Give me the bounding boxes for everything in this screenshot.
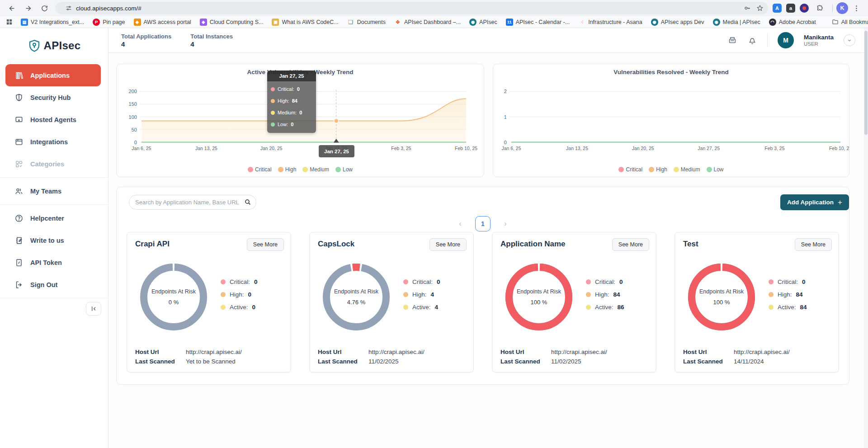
apps-grid-icon[interactable] [5,18,14,27]
legend-item-high[interactable]: High [278,166,297,173]
bookmark-item[interactable]: ⁖Infrastructure - Asana [578,19,642,26]
search-icon[interactable] [244,198,251,207]
medium-legend-dot [302,167,308,172]
sidebar-item-applications[interactable]: Applications [5,64,101,86]
svg-text:Jan 13, 25: Jan 13, 25 [566,146,588,151]
bookmark-item[interactable]: ◉APIsec apps Dev [651,19,704,26]
sidebar-item-write-to-us[interactable]: Write to us [0,229,108,251]
help-circle-icon [14,214,24,223]
extensions-puzzle-icon[interactable] [813,2,826,14]
apisec-logo: APIsec [0,28,108,52]
sidebar-item-categories[interactable]: Categories [0,153,108,175]
applications-panel: Add Application + ‹ 1 › Crapi API See Mo… [116,187,849,385]
legend-item-low[interactable]: Low [335,166,353,173]
bookmarks-bar: ▤V2 Integrations_ext... PPin page ◆AWS a… [0,16,868,28]
bookmark-item[interactable]: PPin page [93,19,125,26]
donut-center-label: Endpoints At Risk [699,288,744,295]
sidebar-item-label: Sign Out [30,281,57,288]
user-avatar[interactable]: M [778,32,794,48]
token-document-icon [14,258,24,267]
extension-a2-icon[interactable]: a [786,4,795,13]
application-card-crapi-api: Crapi API See More Endpoints At Risk 0 %… [127,232,291,373]
pagination-page-1[interactable]: 1 [475,216,491,231]
stat-label: Total Applications [121,33,171,40]
browser-menu-icon[interactable] [850,2,863,14]
password-key-icon[interactable] [744,5,751,12]
bookmark-label: Documents [357,19,386,25]
bookmark-item[interactable]: ◠Adobe Acrobat [769,19,816,26]
browser-toolbar: cloud.apisecapps.com/# A a K [0,0,868,16]
stat-critical: Critical:0 [586,278,624,285]
see-more-button[interactable]: See More [612,238,649,251]
legend-item-critical[interactable]: Critical [618,166,642,173]
all-bookmarks[interactable]: All Bookmarks [832,19,868,25]
bookmark-item[interactable]: ◈Cloud Computing S... [200,19,264,26]
browser-profile-avatar[interactable]: K [836,2,848,14]
pagination-prev-icon[interactable]: ‹ [459,219,462,228]
bookmark-item[interactable]: ▤V2 Integrations_ext... [21,19,84,26]
back-icon[interactable] [5,2,18,14]
bookmark-item[interactable]: ▣What is AWS CodeC... [272,19,338,26]
bookmark-favicon: ❖ [394,19,401,26]
bookmark-label: Adobe Acrobat [779,19,816,25]
add-application-button[interactable]: Add Application + [780,194,849,210]
application-card-test: Test See More Endpoints At Risk 100 % Cr… [675,232,839,373]
all-bookmarks-label: All Bookmarks [841,19,868,25]
sidebar-item-label: Categories [30,160,64,168]
scanner-icon[interactable] [727,35,737,45]
bookmark-star-icon[interactable] [756,5,764,12]
sidebar-item-security-hub[interactable]: Security Hub [0,86,108,108]
donut-percent: 0 % [169,299,179,306]
svg-text:Jan 13, 25: Jan 13, 25 [195,146,217,151]
tune-icon[interactable] [65,5,72,12]
bookmark-item[interactable]: ◉APIsec [469,19,497,26]
legend-item-medium[interactable]: Medium [302,166,329,173]
sidebar-item-api-token[interactable]: API Token [0,251,108,274]
high-dot [221,292,226,297]
sidebar-item-integrations[interactable]: Integrations [0,131,108,153]
legend-item-high[interactable]: High [649,166,667,173]
pagination-next-icon[interactable]: › [504,219,507,228]
url-text[interactable]: cloud.apisecapps.com/# [76,5,738,12]
stat-high: High:84 [769,291,807,298]
scrollbar-thumb[interactable] [864,31,868,135]
search-input[interactable] [129,195,256,210]
donut-percent: 100 % [531,299,547,306]
sidebar-collapse-button[interactable] [86,302,101,316]
legend-item-medium[interactable]: Medium [674,166,700,173]
people-icon [14,187,24,196]
page-scrollbar[interactable] [864,28,868,448]
medium-legend-dot [674,167,679,172]
user-menu-chevron[interactable] [844,34,855,46]
tooltip-row: Critical:0 [271,83,312,95]
low-legend-dot [335,167,341,172]
bookmark-item[interactable]: ❖APIsec Dashboard –... [394,19,461,26]
see-more-button[interactable]: See More [247,238,284,251]
last-scanned-label: Last Scanned [318,358,368,365]
see-more-button[interactable]: See More [795,238,832,251]
sidebar-item-label: API Token [30,259,62,266]
extension-a-icon[interactable]: A [773,4,782,13]
legend-item-critical[interactable]: Critical [248,166,272,173]
sidebar-item-hosted-agents[interactable]: Hosted Agents [0,108,108,131]
bookmark-favicon: P [93,19,100,26]
stat-label: Total Instances [190,33,233,40]
stat-value: 4 [121,40,171,48]
chart-tooltip: Jan 27, 25 Critical:0High:84Medium:0Low:… [267,71,316,133]
bookmark-item[interactable]: ❏Documents [347,19,386,26]
bookmark-item[interactable]: ◉Media | APIsec [713,19,760,26]
bookmark-item[interactable]: 11APIsec - Calendar -... [506,19,570,26]
sidebar-item-sign-out[interactable]: Sign Out [0,274,108,296]
reload-icon[interactable] [38,2,51,14]
legend-item-low[interactable]: Low [707,166,724,173]
notification-bell-icon[interactable] [747,35,757,45]
bookmark-item[interactable]: ◆AWS access portal [134,19,191,26]
sidebar-item-my-teams[interactable]: My Teams [0,180,108,202]
address-bar[interactable]: cloud.apisecapps.com/# [55,2,768,14]
last-scanned-label: Last Scanned [135,358,186,365]
forward-icon[interactable] [22,2,34,14]
sidebar-item-helpcenter[interactable]: Helpcenter [0,207,108,229]
extension-dot-icon[interactable] [800,4,809,13]
see-more-button[interactable]: See More [429,238,467,251]
host-url-value: http://crapi.apisec.ai/ [186,349,242,355]
